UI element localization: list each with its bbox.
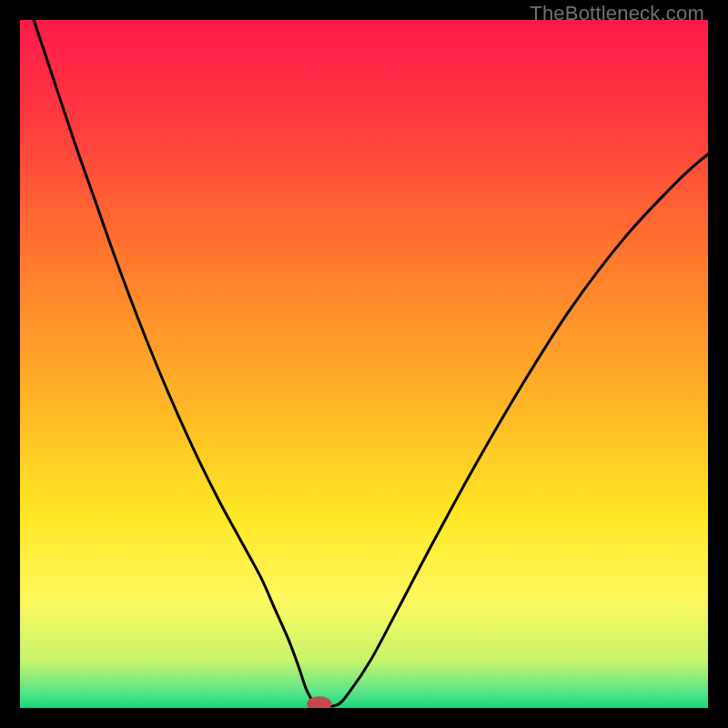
chart-frame — [20, 20, 708, 708]
watermark-text: TheBottleneck.com — [530, 2, 704, 25]
chart-background — [20, 20, 708, 708]
bottleneck-chart — [20, 20, 708, 708]
